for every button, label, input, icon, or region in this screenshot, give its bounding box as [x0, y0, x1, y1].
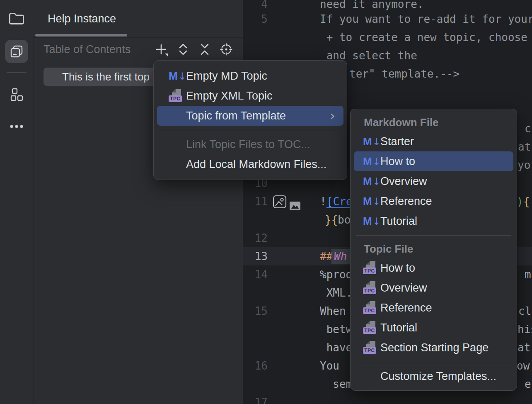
code-text: You [320, 357, 339, 375]
code-text: his [517, 320, 532, 338]
active-tab-indicator [35, 34, 127, 37]
editor-line[interactable]: 5If you want to re-add it for your [243, 10, 532, 28]
code-text: sem [320, 375, 352, 393]
topic-from-template-submenu: Markdown FileM↓StarterM↓How toM↓Overview… [350, 109, 517, 391]
topic-file-icon: TPC [363, 321, 377, 335]
code-text: ! [320, 192, 326, 211]
menu-item-empty-xml-topic[interactable]: TPCEmpty XML Topic [157, 86, 343, 106]
line-number: 17 [243, 393, 268, 404]
line-number: 14 [243, 265, 268, 284]
menu-item-label: Topic from Template [186, 110, 286, 122]
menu-item-add-local-markdown-files[interactable]: Add Local Markdown Files... [157, 154, 343, 174]
menu-item-label: Add Local Markdown Files... [186, 158, 326, 171]
markdown-file-icon: M↓ [363, 215, 381, 228]
code-text: have [320, 338, 352, 357]
markdown-file-icon: M↓ [363, 175, 381, 188]
menu-item-tutorial[interactable]: TPCTutorial [354, 318, 513, 338]
menu-item-label: Overview [380, 282, 427, 294]
line-number: 12 [243, 229, 268, 247]
menu-separator [356, 362, 511, 362]
line-number: 11 [243, 192, 268, 211]
menu-section-header-topic-file: Topic File [351, 240, 517, 258]
activity-bar [0, 0, 34, 404]
code-text: at [517, 338, 530, 357]
add-topic-button[interactable] [154, 42, 169, 57]
expand-all-icon [176, 42, 191, 57]
menu-item-how-to[interactable]: TPCHow to [354, 258, 513, 278]
menu-item-starter[interactable]: M↓Starter [354, 131, 513, 151]
line-number: 16 [243, 357, 268, 375]
code-text: cl [518, 302, 531, 320]
menu-item-label: Reference [380, 302, 432, 314]
code-text: If you want to re-add it for your [320, 10, 532, 28]
menu-item-customize-templates[interactable]: Customize Templates... [354, 366, 513, 386]
menu-section-header-markdown-file: Markdown File [351, 113, 517, 131]
editor-line[interactable]: + to create a new topic, choose t [243, 28, 532, 46]
code-text: ow [517, 357, 530, 375]
menu-item-label: How to [380, 262, 415, 275]
menu-item-overview[interactable]: M↓Overview [354, 171, 513, 191]
code-text: betw [320, 320, 352, 338]
editor-windows-icon[interactable] [5, 40, 28, 63]
menu-separator [160, 130, 341, 130]
code-text: }{ [325, 211, 338, 229]
menu-item-label: Tutorial [380, 321, 417, 334]
expand-all-button[interactable] [176, 42, 191, 57]
code-text: When [320, 302, 346, 320]
menu-item-label: Starter [380, 135, 414, 148]
structure-icon[interactable] [5, 83, 28, 106]
code-text: c [525, 119, 531, 138]
line-number: 5 [243, 10, 268, 28]
menu-item-tutorial[interactable]: M↓Tutorial [354, 211, 513, 231]
code-text: bo [338, 211, 351, 229]
toc-item-selected[interactable]: This is the first top [44, 68, 164, 86]
menu-item-overview[interactable]: TPCOverview [354, 278, 513, 298]
toc-toolbar: Table of Contents [33, 37, 243, 61]
markdown-file-icon: M↓ [363, 155, 381, 168]
code-text: + to create a new topic, choose t [320, 28, 532, 46]
menu-item-how-to[interactable]: M↓How to [354, 151, 513, 171]
menu-item-label: How to [380, 155, 415, 168]
menu-item-reference[interactable]: TPCReference [354, 298, 513, 318]
tool-window-header: Help Instance [33, 0, 243, 38]
markdown-file-icon: M↓ [363, 195, 381, 208]
menu-item-reference[interactable]: M↓Reference [354, 191, 513, 211]
menu-item-label: Overview [380, 175, 427, 188]
tab-help-instance[interactable]: Help Instance [48, 0, 116, 37]
menu-separator [356, 235, 511, 236]
code-text: [Cre [326, 192, 353, 211]
line-number: 15 [243, 302, 268, 320]
markdown-file-icon: M↓ [169, 70, 186, 83]
menu-item-label: Customize Templates... [380, 370, 496, 383]
menu-item-empty-md-topic[interactable]: M↓Empty MD Topic [157, 66, 343, 86]
code-text: %prod [320, 265, 352, 284]
topic-file-icon: TPC [169, 89, 183, 103]
plus-dropdown-icon [154, 42, 169, 57]
submenu-arrow-icon: › [330, 106, 335, 126]
code-text: ## [320, 247, 333, 265]
code-text: e [525, 375, 531, 393]
collapse-all-button[interactable] [197, 42, 212, 57]
panel-title: Table of Contents [44, 37, 131, 61]
locate-button[interactable] [219, 42, 234, 57]
menu-item-label: Empty XML Topic [186, 90, 273, 102]
toc-item-label: This is the first top [62, 71, 150, 83]
folder-icon[interactable] [5, 7, 28, 30]
menu-item-label: Link Topic Files to TOC... [186, 138, 310, 151]
code-text: ) [517, 192, 523, 211]
ide-window: Help Instance Table of Contents [0, 0, 532, 404]
menu-item-label: Reference [380, 195, 432, 208]
menu-item-topic-from-template[interactable]: Topic from Template› [157, 106, 343, 126]
collapse-all-icon [197, 42, 212, 57]
more-icon[interactable] [5, 115, 28, 138]
menu-item-label: Empty MD Topic [186, 70, 267, 83]
menu-item-link-topic-files-to-toc: Link Topic Files to TOC... [157, 134, 343, 154]
code-text: { [523, 192, 530, 211]
sidebar-divider [7, 72, 27, 73]
editor-line[interactable]: 17 [243, 393, 532, 404]
topic-file-icon: TPC [363, 281, 377, 295]
code-text: ter" template.--> [349, 65, 459, 83]
code-text: m [525, 265, 531, 284]
menu-item-section-starting-page[interactable]: TPCSection Starting Page [354, 338, 513, 358]
crosshair-icon [219, 42, 234, 57]
